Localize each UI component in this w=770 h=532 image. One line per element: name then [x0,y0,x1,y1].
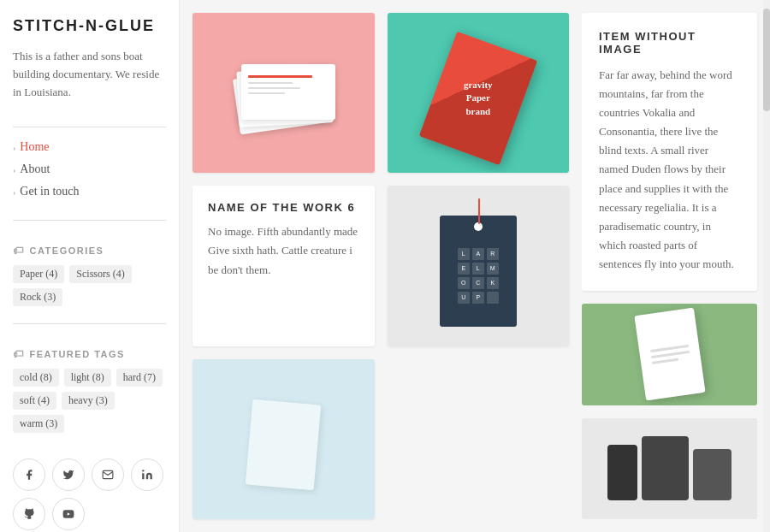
category-tag-scissors[interactable]: Scissors (4) [69,265,131,283]
tag-warm[interactable]: warm (3) [13,415,64,433]
card-work-3: gravityPaperbrand NAME OF THE WORK 3 Ima… [388,13,570,173]
featured-tags-heading: 🏷 FEATURED TAGS [13,348,166,360]
social-icons-container [13,458,166,530]
nav-item-about[interactable]: › About [13,158,166,180]
right-panel: ITEM WITHOUT IMAGE Far far away, behind … [582,0,770,532]
main-nav: › Home › About › Get in touch [13,136,166,211]
categories-divider [13,220,166,221]
tag-icon: 🏷 [13,245,25,257]
facebook-icon[interactable] [13,458,45,491]
youtube-icon[interactable] [52,498,85,530]
tablet-device [642,436,689,500]
gravity-brand-visual: gravityPaperbrand [419,32,537,165]
nav-label-home: Home [20,140,49,154]
business-card-visual [232,64,335,133]
featured-tags-container: cold (8) light (8) hard (7) soft (4) hea… [13,369,166,433]
scrollbar-thumb[interactable] [763,9,770,111]
twitter-icon[interactable] [52,458,85,491]
card-work-6: NAME OF THE WORK 6 No image. Fifth abund… [192,186,375,346]
card-body-6: NAME OF THE WORK 6 No image. Fifth abund… [192,186,375,294]
green-card-visual [634,308,705,401]
device-mockup-visual [607,436,732,500]
laptop-device [693,449,732,500]
github-icon[interactable] [13,498,45,530]
categories-heading: 🏷 CATEGORIES [13,245,166,257]
category-tag-rock[interactable]: Rock (3) [13,288,62,306]
card-title-6: NAME OF THE WORK 6 [208,201,359,214]
card-image-tag: L A R E L M O C K U P [388,186,570,346]
nav-label-about: About [20,163,50,176]
card-tag-item: L A R E L M O C K U P [388,186,570,346]
email-icon[interactable] [92,458,124,491]
featured-item-card: ITEM WITHOUT IMAGE Far far away, behind … [582,13,757,291]
nav-item-contact[interactable]: › Get in touch [13,180,166,203]
tag-hard[interactable]: hard (7) [116,369,163,387]
site-description: This is a father and sons boat building … [13,48,166,101]
linkedin-icon[interactable] [131,458,163,491]
tag-icon-2: 🏷 [13,348,25,360]
featured-green-image [582,304,757,405]
svg-point-0 [142,470,144,472]
featured-card-title: ITEM WITHOUT IMAGE [599,30,740,56]
tag-string [478,198,480,224]
categories-tags: Paper (4) Scissors (4) Rock (3) [13,265,166,306]
featured-devices-image [582,418,757,519]
card-light-item [192,359,375,519]
category-tag-paper[interactable]: Paper (4) [13,265,64,283]
tag-soft[interactable]: soft (4) [13,392,56,410]
card-image-light [192,359,375,519]
bc-layer-3 [241,64,335,120]
card-text-6: No image. Fifth abundantly made Give six… [208,222,359,279]
gravity-brand-text: gravityPaperbrand [464,79,493,118]
nav-label-contact: Get in touch [20,185,79,198]
card-image-pink [192,13,375,173]
sidebar: STITCH-N-GLUE This is a father and sons … [0,0,180,532]
nav-item-home[interactable]: › Home [13,136,166,158]
nav-arrow-icon: › [13,143,15,152]
nav-arrow-icon: › [13,187,15,197]
featured-card-text: Far far away, behind the word mountains,… [599,66,740,274]
nav-divider [13,127,166,127]
tag-grid: L A R E L M O C K U P [458,248,499,304]
tag-cold[interactable]: cold (8) [13,369,59,387]
tag-heavy[interactable]: heavy (3) [62,392,115,410]
light-card-visual [246,399,321,490]
tag-light[interactable]: light (8) [64,369,111,387]
tags-divider [13,323,166,324]
nav-arrow-icon: › [13,165,15,174]
phone-device [607,445,637,500]
card-work-2: NAME OF THE WORK 2 Image bundled with po… [192,13,375,173]
site-title: STITCH-N-GLUE [13,17,166,35]
tag-visual: L A R E L M O C K U P [440,216,517,327]
scrollbar-track[interactable] [763,0,770,532]
card-image-teal: gravityPaperbrand [388,13,570,173]
